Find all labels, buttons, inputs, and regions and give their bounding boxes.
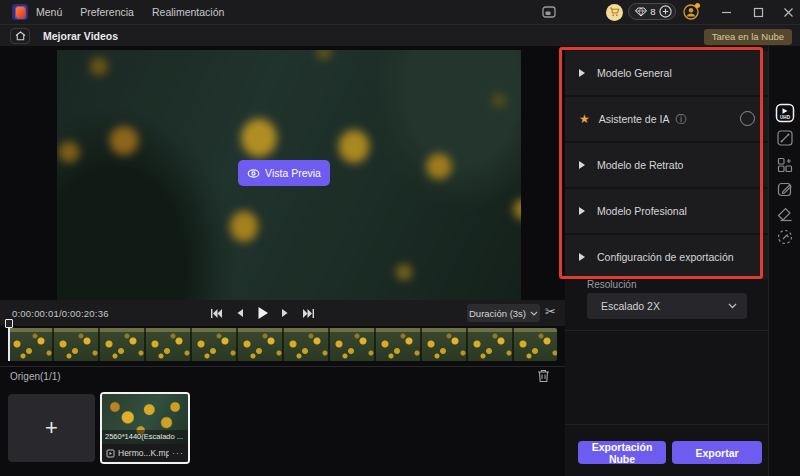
info-icon[interactable]: ⓘ xyxy=(675,112,686,127)
cart-circle xyxy=(606,4,623,21)
panel-divider xyxy=(565,330,768,331)
logo-core xyxy=(16,7,25,18)
star-icon: ★ xyxy=(579,112,590,126)
video-enhance-uhd-icon[interactable]: UHD xyxy=(769,102,800,124)
preview-stage: Vista Previa xyxy=(0,46,565,300)
thumbnail-resolution: 2560*1440(Escalado ... xyxy=(102,430,188,444)
video-file-icon xyxy=(106,449,115,458)
account-icon[interactable] xyxy=(679,0,703,24)
thumbnail-name-row: Hermo...K.mp4 ··· xyxy=(102,444,188,462)
duration-dropdown[interactable]: Duración (3s) xyxy=(467,304,540,322)
batch-add-icon[interactable] xyxy=(769,156,800,174)
section-label: Modelo de Retrato xyxy=(597,159,683,171)
chevron-down-icon xyxy=(530,311,538,316)
thumbnail-filename: Hermo...K.mp4 xyxy=(118,448,169,458)
section-label: Modelo Profesional xyxy=(597,205,687,217)
origen-label: Origen(1/1) xyxy=(10,371,61,382)
app-window: Menú Preferencia Realimentación 8 xyxy=(0,0,800,476)
panel-section-modelo-profesional[interactable]: Modelo Profesional xyxy=(565,189,768,233)
cut-icon[interactable]: ✂ xyxy=(545,304,556,319)
titlebar: Menú Preferencia Realimentación 8 xyxy=(0,0,800,24)
expand-arrow-icon xyxy=(579,253,585,261)
resolution-dropdown[interactable]: Escalado 2X xyxy=(587,293,747,319)
smart-select-wand-icon[interactable] xyxy=(769,228,800,246)
section-label: Configuración de exportación xyxy=(597,251,734,263)
resolution-label: Resolución xyxy=(587,279,636,290)
plus-icon: + xyxy=(45,415,58,441)
vista-previa-label: Vista Previa xyxy=(265,167,321,179)
add-credits-icon[interactable] xyxy=(659,5,672,18)
frame-interpolation-icon[interactable] xyxy=(769,129,800,147)
skip-end-button[interactable] xyxy=(302,308,315,319)
settings-panel: Modelo General ★ Asistente de IA ⓘ Model… xyxy=(565,46,768,476)
maximize-button[interactable] xyxy=(744,0,772,24)
home-icon xyxy=(15,31,26,41)
transport-controls xyxy=(210,300,315,326)
minimize-button[interactable] xyxy=(712,0,740,24)
eraser-icon[interactable] xyxy=(769,205,800,223)
thumbnail-more-icon[interactable]: ··· xyxy=(172,448,184,458)
expand-arrow-icon xyxy=(579,69,585,77)
playback-bar: 0:00:00:01/0:00:20:36 Duración (3s) ✂ xyxy=(0,300,565,326)
panel-divider xyxy=(565,424,768,425)
panel-section-modelo-general[interactable]: Modelo General xyxy=(565,51,768,95)
svg-text:UHD: UHD xyxy=(780,115,791,120)
chevron-down-icon xyxy=(728,303,737,309)
cart-icon[interactable] xyxy=(602,0,626,24)
account-badge xyxy=(695,3,700,8)
skip-start-button[interactable] xyxy=(210,308,223,319)
vista-previa-button[interactable]: Vista Previa xyxy=(238,160,330,186)
resolution-value: Escalado 2X xyxy=(601,300,728,312)
origen-divider xyxy=(0,366,565,367)
playhead-line xyxy=(8,328,10,361)
menu-item-realimentacion[interactable]: Realimentación xyxy=(152,6,224,18)
cloud-task-button[interactable]: Tarea en la Nube xyxy=(704,29,792,46)
video-preview: Vista Previa xyxy=(57,50,521,300)
section-label: Asistente de IA xyxy=(599,113,670,125)
ai-assistant-radio[interactable] xyxy=(740,111,755,126)
tool-strip: UHD xyxy=(768,46,800,476)
eye-icon xyxy=(247,168,260,179)
next-frame-button[interactable] xyxy=(281,308,289,318)
playhead-handle[interactable] xyxy=(5,319,13,328)
mini-window-icon[interactable] xyxy=(537,0,561,24)
export-button[interactable]: Exportar xyxy=(672,441,762,464)
panel-section-modelo-retrato[interactable]: Modelo de Retrato xyxy=(565,143,768,187)
add-source-tile[interactable]: + xyxy=(8,394,95,462)
menu-item-menu[interactable]: Menú xyxy=(36,6,62,18)
source-thumbnail[interactable]: 2560*1440(Escalado ... Hermo...K.mp4 ··· xyxy=(100,392,190,464)
credits-count: 8 xyxy=(650,6,655,17)
credits-pill[interactable]: 8 xyxy=(628,3,676,20)
menubar: Menú Preferencia Realimentación xyxy=(36,6,224,18)
duration-label: Duración (3s) xyxy=(469,308,526,319)
home-button[interactable] xyxy=(10,28,30,44)
timecode: 0:00:00:01/0:00:20:36 xyxy=(12,308,109,319)
tab-mejorar-videos[interactable]: Mejorar Videos xyxy=(43,30,118,42)
panel-section-asistente-ia[interactable]: ★ Asistente de IA ⓘ xyxy=(565,97,768,141)
close-button[interactable] xyxy=(774,0,800,24)
prev-frame-button[interactable] xyxy=(236,308,244,318)
trash-icon[interactable] xyxy=(537,369,550,387)
tabbar: Mejorar Videos Tarea en la Nube xyxy=(0,24,800,46)
timeline-filmstrip[interactable] xyxy=(8,328,557,361)
expand-arrow-icon xyxy=(579,161,585,169)
panel-section-configuracion-exportacion[interactable]: Configuración de exportación xyxy=(565,235,768,279)
play-button[interactable] xyxy=(257,306,269,320)
app-logo-icon[interactable] xyxy=(12,4,28,20)
edit-icon[interactable] xyxy=(769,180,800,198)
section-label: Modelo General xyxy=(597,67,672,79)
gem-icon xyxy=(635,7,647,17)
export-cloud-button[interactable]: Exportación Nube xyxy=(578,441,666,464)
expand-arrow-icon xyxy=(579,207,585,215)
menu-item-preferencia[interactable]: Preferencia xyxy=(80,6,134,18)
